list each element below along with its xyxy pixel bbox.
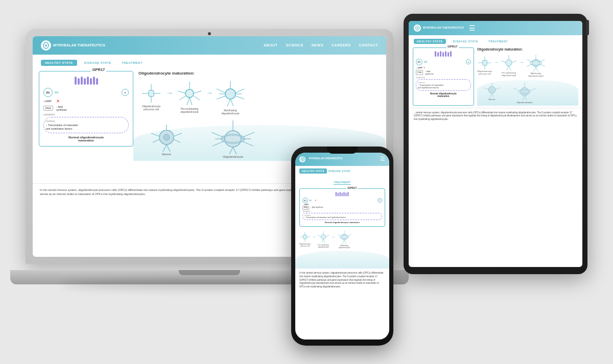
oligo-label: Oligodendrocyte (223, 155, 243, 158)
tab-treatment[interactable]: TREATMENT (119, 60, 146, 66)
diagram-caption: Normal oligodendrocytematuration (43, 136, 129, 142)
svg-line-66 (507, 66, 509, 70)
svg-line-20 (194, 96, 200, 100)
svg-line-112 (343, 240, 344, 244)
nav-news[interactable]: NEWS (312, 43, 323, 47)
svg-rect-6 (93, 77, 95, 85)
svg-line-83 (484, 87, 488, 89)
svg-line-67 (509, 66, 511, 70)
tablet-device: MYROBALAN THERAPEUTICS ☰ HealTHY State D… (404, 14, 587, 274)
cytoplasm-label: cytoplasm (43, 113, 129, 116)
tab-healthy-state[interactable]: HEALTHY STATE (41, 60, 77, 66)
svg-rect-96 (343, 191, 344, 196)
svg-rect-94 (340, 191, 341, 196)
svg-point-13 (185, 89, 194, 98)
svg-rect-56 (445, 51, 446, 57)
svg-point-104 (321, 234, 325, 239)
tablet-diagram: GPR17 β/γ AC (413, 47, 474, 106)
laptop-nav-links: ABOUT SCIENCE NEWS CAREERS CONTACT (264, 43, 378, 47)
tab-disease-state[interactable]: DISEASE STATE (81, 60, 114, 66)
phone-wave (295, 251, 389, 269)
nav-about[interactable]: ABOUT (264, 43, 277, 47)
svg-rect-98 (347, 191, 348, 196)
phone-treatment-tab: TREATMENT (295, 176, 389, 187)
arrow-2: → (206, 89, 213, 97)
svg-rect-93 (338, 192, 339, 196)
svg-line-82 (492, 93, 494, 96)
laptop-diagram: GPR17 (39, 71, 133, 183)
svg-rect-99 (303, 235, 307, 239)
svg-rect-95 (341, 192, 342, 196)
logo-text: MYROBALAN THERAPEUTICS (53, 43, 105, 47)
svg-rect-55 (442, 52, 444, 57)
svg-line-109 (326, 235, 329, 237)
laptop-nav: MYROBALAN THERAPEUTICS ABOUT SCIENCE NEW… (33, 36, 386, 55)
arrow-1: → (166, 89, 173, 97)
svg-line-47 (241, 141, 253, 146)
svg-point-21 (225, 89, 235, 99)
svg-line-19 (179, 96, 185, 100)
svg-line-34 (167, 144, 170, 152)
svg-rect-3 (84, 78, 86, 85)
svg-line-113 (344, 240, 346, 244)
nav-contact[interactable]: CONTACT (359, 43, 378, 47)
svg-line-28 (235, 96, 244, 99)
cell-label-0: Oligodendrocyte precursor cell (138, 105, 164, 111)
neuron-visual: Neuron (149, 122, 184, 156)
nav-careers[interactable]: CAREERS (332, 43, 351, 47)
phone-screen: MYROBALAN THERAPEUTICS ☰ HEALTHY STATE D… (295, 153, 389, 339)
nav-science[interactable]: SCIENCE (286, 43, 303, 47)
phone-tab-treatment[interactable]: TREATMENT (334, 181, 350, 185)
svg-rect-52 (435, 51, 436, 57)
tablet-tab-healthy[interactable]: HealTHY State (414, 39, 446, 44)
tablet-tab-treatment[interactable]: TREATMENT (485, 38, 511, 44)
phone-tab-disease[interactable]: DISEASE STATE (328, 169, 350, 173)
svg-line-17 (178, 91, 185, 93)
tablet-logo-icon (414, 25, 421, 32)
phone-logo-text: MYROBALAN THERAPEUTICS (309, 158, 343, 160)
svg-rect-0 (75, 77, 77, 85)
svg-line-43 (233, 147, 237, 154)
svg-rect-8 (149, 90, 154, 96)
nucleus-box: nucleus ↓ Transcription of maturationand… (43, 117, 129, 133)
phone-diagram: GPR17 β/γ AC ✕ α (299, 188, 385, 227)
svg-rect-1 (78, 78, 80, 85)
maturation-title: Oligodendrocyte maturation: (138, 71, 380, 76)
svg-rect-5 (90, 78, 92, 85)
svg-line-25 (217, 89, 225, 93)
svg-line-24 (230, 99, 233, 106)
tablet-tab-disease[interactable]: DISEASE STATE (450, 38, 481, 44)
svg-line-27 (217, 96, 225, 99)
tablet-wave: Neuron (477, 80, 578, 106)
svg-line-23 (227, 99, 230, 106)
scene: MYROBALAN THERAPEUTICS ABOUT SCIENCE NEW… (26, 14, 587, 351)
svg-rect-57 (447, 52, 449, 57)
cell-label-2: Myelinating oligodendrocyte (216, 109, 245, 115)
tablet-content: GPR17 β/γ AC (409, 47, 582, 108)
svg-rect-4 (87, 77, 89, 85)
svg-rect-58 (450, 51, 452, 57)
cell-label-1: Pre-myelinating oligodendrocyte (175, 107, 204, 113)
camp-row: ↓cAMP ✕ (43, 99, 129, 104)
tablet-logo: MYROBALAN THERAPEUTICS (414, 25, 464, 32)
svg-line-42 (229, 147, 233, 154)
laptop-logo: MYROBALAN THERAPEUTICS (41, 40, 105, 51)
phone-tabs: HEALTHY STATE DISEASE STATE (295, 166, 389, 176)
tablet-tabs: HealTHY State DISEASE STATE TREATMENT (409, 35, 582, 47)
svg-point-39 (163, 134, 170, 140)
svg-rect-97 (345, 192, 346, 196)
svg-rect-54 (440, 51, 441, 57)
tablet-hamburger-icon[interactable]: ☰ (469, 24, 476, 32)
pka-row: PKA ↓ lipidsynthesis (43, 105, 129, 111)
phone-hamburger-icon[interactable]: ☰ (380, 156, 385, 162)
svg-rect-7 (96, 78, 98, 85)
svg-line-35 (151, 133, 159, 136)
phone-logo: MYROBALAN THERAPEUTICS (299, 156, 343, 162)
phone-tab-healthy[interactable]: HEALTHY STATE (299, 168, 327, 174)
svg-rect-59 (482, 60, 486, 65)
svg-line-108 (318, 235, 321, 237)
tablet-power-btn (586, 20, 589, 35)
svg-line-69 (512, 60, 516, 62)
svg-rect-92 (336, 191, 337, 196)
laptop-tabs: HEALTHY STATE DISEASE STATE TREATMENT (33, 55, 386, 71)
